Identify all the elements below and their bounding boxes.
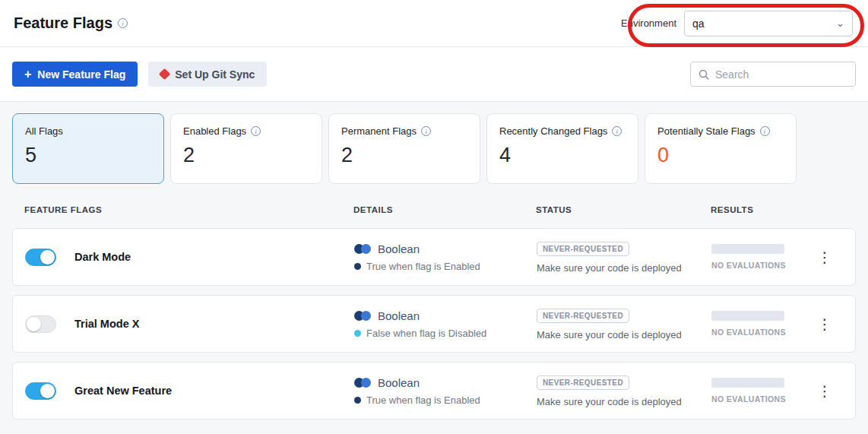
results-note: NO EVALUATIONS [711, 328, 806, 337]
info-icon[interactable]: i [118, 18, 128, 28]
search-box[interactable] [690, 62, 856, 87]
environment-dropdown[interactable]: qa ⌄ [684, 11, 853, 36]
stat-card-label: Recently Changed Flags i [499, 125, 626, 137]
info-icon[interactable]: i [421, 126, 431, 136]
table-header: Feature Flags Details Status Results [12, 205, 856, 214]
table-row: Trial Mode X Boolean False when flag is … [12, 295, 856, 353]
stat-card-value: 0 [657, 144, 784, 167]
stat-card-label-text: Permanent Flags [341, 125, 417, 137]
results-note: NO EVALUATIONS [711, 261, 806, 270]
toolbar: + New Feature Flag Set Up Git Sync [0, 47, 868, 102]
results-bar [711, 378, 784, 388]
flag-name[interactable]: Great New Feature [74, 385, 172, 397]
stat-card-label-text: All Flags [25, 125, 63, 137]
flag-rule-text: True when flag is Enabled [366, 394, 480, 406]
stat-card-label: All Flags [25, 125, 151, 137]
boolean-icon [354, 244, 371, 254]
flag-type-label: Boolean [378, 242, 420, 255]
flag-type: Boolean [354, 242, 537, 255]
details-cell: Boolean False when flag is Disabled [354, 309, 537, 339]
page-header: Feature Flags i Environment qa ⌄ [0, 0, 868, 47]
results-bar [711, 311, 784, 321]
stat-cards: All Flags 5 Enabled Flags i 2 Permanent … [12, 113, 856, 184]
results-note: NO EVALUATIONS [711, 394, 806, 404]
status-badge: NEVER-REQUESTED [537, 375, 629, 390]
row-menu-button[interactable]: ⋮ [806, 249, 843, 266]
status-cell: NEVER-REQUESTED Make sure your code is d… [537, 308, 711, 341]
content: All Flags 5 Enabled Flags i 2 Permanent … [0, 102, 868, 420]
environment-selector: Environment qa ⌄ [621, 11, 853, 36]
stat-card-enabled-flags[interactable]: Enabled Flags i 2 [170, 113, 322, 184]
new-feature-flag-label: New Feature Flag [37, 68, 125, 81]
stat-card-value: 2 [183, 144, 309, 167]
rule-dot-icon [354, 397, 361, 404]
flag-toggle[interactable] [25, 249, 56, 266]
status-note: Make sure your code is deployed [537, 329, 711, 341]
flag-name[interactable]: Dark Mode [74, 251, 131, 263]
status-note: Make sure your code is deployed [537, 262, 711, 274]
stat-card-all-flags[interactable]: All Flags 5 [12, 113, 164, 184]
info-icon[interactable]: i [612, 126, 622, 136]
flag-type: Boolean [354, 376, 537, 389]
row-menu-button[interactable]: ⋮ [806, 315, 843, 333]
boolean-icon [354, 311, 371, 321]
column-header-feature-flags: Feature Flags [24, 205, 353, 214]
environment-value: qa [692, 17, 705, 30]
flag-type-label: Boolean [378, 376, 420, 389]
column-header-status: Status [536, 205, 711, 214]
page-title: Feature Flags [14, 14, 112, 32]
status-badge: NEVER-REQUESTED [537, 309, 629, 323]
column-header-results: Results [711, 205, 807, 214]
git-icon [159, 68, 171, 81]
rule-dot-icon [354, 330, 361, 337]
flag-rule-text: False when flag is Disabled [366, 328, 486, 339]
stat-card-label: Potentially Stale Flags i [657, 125, 784, 137]
stat-card-potentially-stale-flags[interactable]: Potentially Stale Flags i 0 [645, 113, 797, 184]
row-menu-button[interactable]: ⋮ [806, 382, 843, 400]
stat-card-label-text: Enabled Flags [183, 125, 246, 137]
status-cell: NEVER-REQUESTED Make sure your code is d… [537, 241, 711, 274]
chevron-down-icon: ⌄ [836, 18, 844, 28]
search-icon [699, 69, 709, 80]
git-sync-button[interactable]: Set Up Git Sync [148, 62, 267, 87]
flag-type-label: Boolean [378, 309, 420, 322]
column-header-details: Details [353, 205, 536, 214]
environment-label: Environment [621, 17, 676, 29]
plus-icon: + [24, 68, 31, 81]
details-cell: Boolean True when flag is Enabled [354, 242, 537, 272]
stat-card-recently-changed-flags[interactable]: Recently Changed Flags i 4 [486, 113, 638, 184]
flag-name-cell: Great New Feature [25, 382, 354, 400]
stat-card-permanent-flags[interactable]: Permanent Flags i 2 [328, 113, 480, 184]
results-cell: NO EVALUATIONS [711, 311, 806, 337]
stat-card-label: Enabled Flags i [183, 125, 309, 137]
results-bar [711, 244, 784, 254]
flag-rule: True when flag is Enabled [354, 394, 537, 406]
results-cell: NO EVALUATIONS [711, 378, 806, 404]
flag-rule: True when flag is Enabled [354, 261, 537, 272]
search-input[interactable] [715, 68, 847, 81]
flag-name-cell: Trial Mode X [25, 315, 354, 333]
status-note: Make sure your code is deployed [537, 396, 711, 407]
stat-card-value: 5 [25, 144, 151, 167]
table-row: Dark Mode Boolean True when flag is Enab… [12, 228, 856, 286]
title-wrap: Feature Flags i [14, 14, 128, 32]
stat-card-value: 2 [341, 144, 467, 167]
git-sync-label: Set Up Git Sync [175, 68, 255, 81]
status-badge: NEVER-REQUESTED [537, 242, 629, 256]
status-cell: NEVER-REQUESTED Make sure your code is d… [537, 375, 711, 407]
flag-name-cell: Dark Mode [25, 249, 354, 266]
rule-dot-icon [354, 263, 361, 270]
stat-card-label: Permanent Flags i [341, 125, 467, 137]
details-cell: Boolean True when flag is Enabled [354, 376, 537, 406]
info-icon[interactable]: i [760, 126, 770, 136]
stat-card-value: 4 [499, 144, 626, 167]
new-feature-flag-button[interactable]: + New Feature Flag [12, 62, 138, 87]
flag-name[interactable]: Trial Mode X [74, 318, 139, 330]
flag-rule-text: True when flag is Enabled [366, 261, 480, 272]
flag-toggle[interactable] [25, 315, 56, 333]
results-cell: NO EVALUATIONS [711, 244, 806, 270]
info-icon[interactable]: i [251, 126, 261, 136]
stat-card-label-text: Recently Changed Flags [499, 125, 607, 137]
flag-toggle[interactable] [25, 382, 56, 400]
flag-type: Boolean [354, 309, 537, 322]
